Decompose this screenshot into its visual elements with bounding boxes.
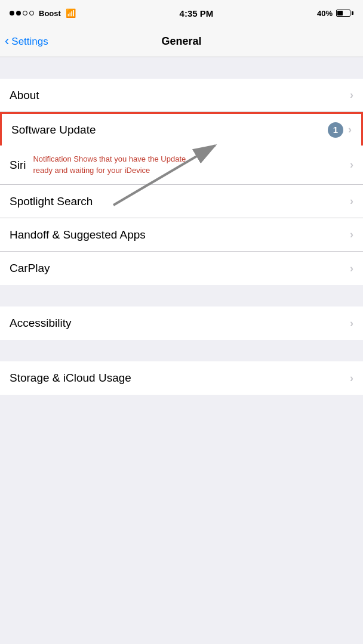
signal-dot-1	[10, 11, 14, 16]
carplay-row[interactable]: CarPlay ›	[0, 252, 363, 285]
battery-percent: 40%	[317, 9, 333, 18]
nav-title: General	[161, 35, 201, 48]
list-section-3: Accessibility ›	[0, 306, 363, 340]
carrier-label: Boost	[39, 9, 61, 18]
handoff-label: Handoff & Suggested Apps	[10, 228, 146, 242]
software-update-row[interactable]: Software Update 1 ›	[0, 112, 363, 145]
carplay-label: CarPlay	[10, 262, 50, 275]
siri-annotation-text: Notification Shows that you have the Upd…	[33, 154, 200, 175]
status-left: Boost 📶	[10, 8, 76, 18]
list-section-1: About › Software Update 1 ›	[0, 79, 363, 145]
update-badge: 1	[328, 122, 343, 138]
storage-label: Storage & iCloud Usage	[10, 371, 131, 385]
handoff-chevron-icon: ›	[350, 228, 353, 241]
section-gap-3	[0, 340, 363, 361]
handoff-row[interactable]: Handoff & Suggested Apps ›	[0, 218, 363, 252]
signal-dot-2	[16, 11, 21, 16]
section-gap-2	[0, 285, 363, 306]
software-update-label: Software Update	[11, 123, 96, 137]
carplay-chevron-icon: ›	[350, 262, 353, 275]
accessibility-label: Accessibility	[10, 317, 71, 330]
section-gap-1	[0, 57, 363, 79]
storage-row[interactable]: Storage & iCloud Usage ›	[0, 361, 363, 395]
siri-row[interactable]: Siri Notification Shows that you have th…	[0, 145, 363, 185]
wifi-icon: 📶	[66, 8, 76, 18]
spotlight-search-chevron-icon: ›	[350, 195, 353, 208]
about-row[interactable]: About ›	[0, 79, 363, 112]
list-section-4: Storage & iCloud Usage ›	[0, 361, 363, 395]
back-button[interactable]: ‹ Settings	[5, 36, 48, 48]
spotlight-search-row[interactable]: Spotlight Search ›	[0, 185, 363, 218]
storage-chevron-icon: ›	[350, 372, 353, 385]
about-chevron-icon: ›	[350, 89, 353, 101]
signal-dot-4	[29, 11, 34, 16]
accessibility-chevron-icon: ›	[350, 317, 353, 330]
signal-dots	[10, 11, 34, 16]
about-label: About	[10, 89, 39, 102]
accessibility-row[interactable]: Accessibility ›	[0, 306, 363, 340]
status-time: 4:35 PM	[180, 8, 214, 18]
software-update-chevron-icon: ›	[348, 123, 352, 136]
battery-icon	[336, 10, 353, 17]
status-right: 40%	[317, 9, 353, 18]
back-chevron-icon: ‹	[5, 35, 9, 48]
back-label: Settings	[11, 36, 48, 48]
siri-label: Siri	[10, 159, 26, 172]
spotlight-search-label: Spotlight Search	[10, 195, 93, 208]
siri-chevron-icon: ›	[350, 159, 353, 171]
status-bar: Boost 📶 4:35 PM 40%	[0, 0, 363, 26]
list-section-2: Siri Notification Shows that you have th…	[0, 145, 363, 285]
nav-bar: ‹ Settings General	[0, 26, 363, 57]
signal-dot-3	[23, 11, 27, 16]
